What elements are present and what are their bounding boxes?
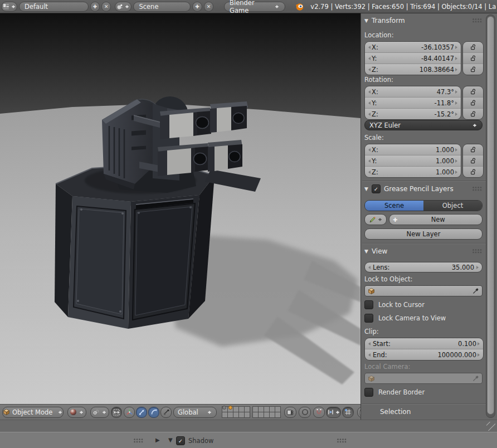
new-layer-button[interactable]: New Layer — [364, 228, 483, 240]
snap-element-selector[interactable] — [326, 407, 341, 418]
lock-rotation-y-button[interactable] — [463, 97, 483, 108]
lock-camera-row[interactable]: Lock Camera to View — [364, 314, 446, 323]
rotation-mode-selector[interactable]: XYZ Euler — [364, 120, 483, 130]
layer-cell[interactable] — [259, 407, 264, 412]
selection-panel-header[interactable]: Selection — [380, 407, 411, 417]
rotation-z-field[interactable]: Z:-15.2° — [365, 108, 461, 119]
local-camera-field[interactable] — [364, 373, 483, 384]
scrollbar-thumb[interactable] — [487, 16, 494, 415]
screen-layout-selector[interactable]: Default — [19, 2, 89, 12]
pivot-point-selector[interactable] — [90, 407, 109, 418]
scale-manipulator-button[interactable] — [160, 407, 172, 418]
layer-cell[interactable] — [264, 407, 269, 412]
manipulator-toggle-button[interactable] — [111, 407, 122, 418]
eyedropper-icon[interactable] — [472, 375, 479, 382]
lock-scale-x-button[interactable] — [463, 144, 483, 155]
unlock-icon — [470, 168, 477, 176]
layer-cell[interactable] — [245, 407, 250, 412]
lens-slider[interactable]: Lens: 35.000 — [364, 262, 483, 272]
region-resize-corner[interactable] — [486, 422, 495, 431]
lock-camera-checkbox[interactable] — [364, 314, 373, 323]
layer-cell[interactable] — [253, 407, 258, 412]
scale-z-field[interactable]: Z:1.000 — [365, 166, 461, 177]
transform-panel-header[interactable]: ▼ Transform — [364, 16, 405, 26]
layer-cell[interactable] — [222, 412, 227, 417]
grease-pencil-panel-header[interactable]: ▼ ✓ Grease Pencil Layers — [364, 184, 454, 194]
add-layout-button[interactable]: ✚ — [90, 2, 100, 12]
lock-scale-y-button[interactable] — [463, 155, 483, 166]
layer-cell[interactable] — [264, 412, 269, 417]
layers-grid-2[interactable] — [252, 406, 281, 418]
lock-to-object-field[interactable] — [364, 285, 483, 296]
scene-selector[interactable]: Scene — [133, 2, 191, 12]
sidebar-scrollbar[interactable] — [486, 14, 495, 418]
scene-browse-button[interactable] — [115, 2, 131, 12]
layer-cell[interactable] — [253, 412, 258, 417]
layer-cell[interactable] — [259, 412, 264, 417]
close-layout-button[interactable]: ✕ — [101, 2, 111, 12]
layer-cell[interactable] — [275, 412, 280, 417]
close-scene-button[interactable]: ✕ — [204, 2, 213, 12]
translate-manipulator-button[interactable] — [136, 407, 147, 418]
scale-y-field[interactable]: Y:1.000 — [365, 155, 461, 166]
panel-drag-grip[interactable] — [472, 187, 483, 192]
lock-rotation-x-button[interactable] — [463, 86, 483, 97]
location-y-field[interactable]: Y:-84.40147 — [365, 52, 461, 64]
view-panel-header[interactable]: ▼ View — [364, 246, 387, 256]
clip-start-field[interactable]: Start:0.100 — [365, 338, 483, 349]
shadow-checkbox[interactable]: ✓ — [176, 436, 185, 445]
rotate-manipulator-button[interactable] — [148, 407, 159, 418]
transform-orientation-selector[interactable]: Global — [173, 407, 217, 418]
eyedropper-icon[interactable] — [472, 288, 479, 294]
plus-icon: ✚ — [195, 4, 199, 9]
grease-pencil-data-selector[interactable] — [364, 214, 387, 225]
scale-x-field[interactable]: X:1.000 — [365, 144, 461, 155]
render-border-row[interactable]: Render Border — [364, 388, 425, 397]
panel-drag-grip[interactable] — [472, 249, 483, 254]
3d-viewport-scene[interactable] — [0, 13, 360, 404]
snap-toggle-button[interactable] — [313, 407, 325, 418]
clip-end-field[interactable]: End:100000.000 — [365, 349, 483, 360]
render-border-checkbox[interactable] — [364, 388, 373, 397]
editor-type-button[interactable] — [1, 2, 17, 12]
layers-grid-1[interactable] — [222, 406, 250, 418]
shadow-panel-expand-icon[interactable]: ▼ — [168, 437, 173, 443]
layer-cell[interactable] — [233, 407, 238, 412]
manipulator-axes-button[interactable] — [124, 407, 135, 418]
layer-cell[interactable] — [245, 412, 250, 417]
layer-cell[interactable] — [270, 407, 275, 412]
layer-cell[interactable] — [239, 412, 244, 417]
new-grease-pencil-button[interactable]: ✚ New — [389, 214, 483, 225]
lock-location-z-button[interactable] — [463, 64, 483, 75]
lock-location-x-button[interactable] — [463, 42, 483, 52]
panel-drag-grip[interactable] — [134, 439, 144, 444]
layer-cell[interactable] — [228, 412, 233, 417]
add-scene-button[interactable]: ✚ — [192, 2, 202, 12]
tab-object[interactable]: Object — [423, 201, 482, 211]
3d-viewport[interactable]: Object Mode Global — [0, 13, 360, 420]
lock-to-cursor-row[interactable]: Lock to Cursor — [364, 300, 425, 309]
render-engine-selector[interactable]: Blender Game — [224, 2, 285, 12]
location-z-field[interactable]: Z:108.38664 — [365, 64, 461, 75]
panel-drag-grip[interactable] — [472, 18, 483, 23]
grease-pencil-checkbox[interactable]: ✓ — [372, 184, 381, 193]
rotation-y-field[interactable]: Y:-11.8° — [365, 97, 461, 108]
layer-cell[interactable] — [233, 412, 238, 417]
panel-drag-grip[interactable] — [337, 439, 347, 444]
mode-selector[interactable]: Object Mode — [2, 407, 64, 418]
viewport-shading-selector[interactable] — [67, 407, 86, 418]
layer-cell[interactable] — [270, 412, 275, 417]
lock-to-cursor-checkbox[interactable] — [364, 300, 373, 309]
location-x-field[interactable]: X:-36.10357 — [365, 42, 461, 52]
snap-target-button[interactable] — [342, 407, 354, 418]
lock-location-y-button[interactable] — [463, 52, 483, 64]
layer-cell[interactable] — [239, 407, 244, 412]
collapsed-panel-icon[interactable]: ▶ — [155, 437, 160, 443]
lock-to-scene-button[interactable] — [284, 407, 296, 418]
layer-cell[interactable] — [275, 407, 280, 412]
lock-scale-z-button[interactable] — [463, 166, 483, 177]
tab-scene[interactable]: Scene — [365, 201, 423, 211]
proportional-edit-button[interactable] — [299, 407, 311, 418]
rotation-x-field[interactable]: X:47.3° — [365, 86, 461, 97]
lock-rotation-z-button[interactable] — [463, 108, 483, 119]
